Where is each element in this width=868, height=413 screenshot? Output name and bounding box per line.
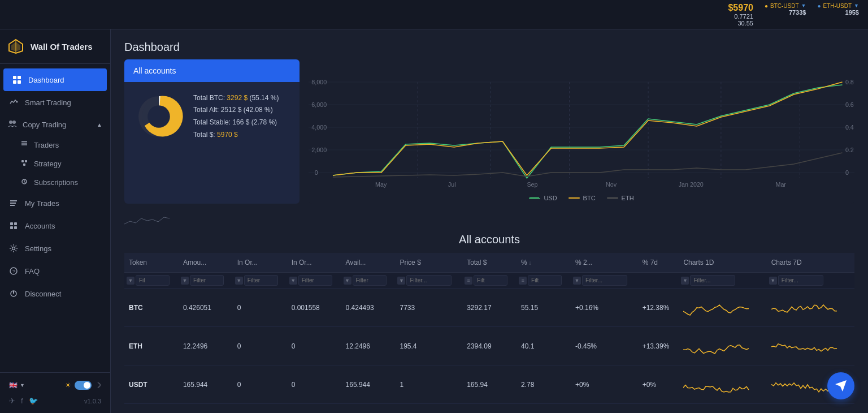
cell-pct2: +0.16% xyxy=(571,289,638,327)
filter-chart1d-input[interactable] xyxy=(690,275,735,286)
page-header: Dashboard xyxy=(111,29,868,59)
sidebar-item-dashboard[interactable]: Dashboard xyxy=(3,68,107,91)
cell-token: ETH xyxy=(124,327,179,365)
col-pct7d: % 7d xyxy=(638,253,679,273)
copy-trading-chevron: ▲ xyxy=(97,122,102,128)
svg-text:Jul: Jul xyxy=(448,182,456,188)
accounts-section: All accounts Token Amou... In Or... In O… xyxy=(111,233,868,413)
filter-pct2-input[interactable] xyxy=(582,275,627,286)
mini-chart-placeholder xyxy=(124,213,170,227)
svg-text:0: 0 xyxy=(845,170,849,176)
chat-icon xyxy=(834,379,848,393)
sidebar-item-smart-trading[interactable]: Smart Trading xyxy=(0,91,110,114)
cell-inorder2: 0.001558 xyxy=(287,289,341,327)
cell-price: 7733 xyxy=(395,289,462,327)
my-trades-icon xyxy=(8,197,19,209)
svg-point-30 xyxy=(147,105,170,128)
svg-rect-21 xyxy=(14,222,17,225)
twitter-icon[interactable]: 🐦 xyxy=(29,397,38,405)
accounts-icon xyxy=(8,220,19,231)
sidebar-item-disconnect[interactable]: Disconnect xyxy=(0,282,110,305)
sidebar-item-accounts[interactable]: Accounts xyxy=(0,214,110,237)
mini-chart-row xyxy=(111,213,868,233)
eth-label: ● ETH-USDT ▼ xyxy=(817,3,859,9)
filter-icon: ▼ xyxy=(289,277,297,285)
cell-total: 165.94 xyxy=(462,365,517,404)
theme-toggle-track[interactable] xyxy=(75,381,92,390)
btc-price: ● BTC-USDT ▼ 7733$ xyxy=(765,3,806,27)
sidebar-item-copy-trading[interactable]: Copy Trading ▲ xyxy=(0,114,110,136)
cell-pct: 1.04 xyxy=(517,404,571,414)
filter-total: ≡ xyxy=(462,273,517,289)
theme-toggle-thumb xyxy=(84,382,90,389)
filter-inorder2-input[interactable] xyxy=(298,275,332,286)
col-token: Token xyxy=(124,253,179,273)
cell-chart7d xyxy=(767,289,854,327)
filter-price-input[interactable] xyxy=(406,275,452,286)
filter-icon: ▼ xyxy=(235,277,243,285)
lang-selector[interactable]: 🇬🇧 ▼ xyxy=(9,381,25,389)
cell-inorder1: 0 xyxy=(233,365,287,404)
cell-chart1d xyxy=(679,404,766,414)
cell-token: BTC xyxy=(124,289,179,327)
sidebar-item-strategy[interactable]: Strategy xyxy=(0,154,110,173)
filter-total-input[interactable] xyxy=(474,275,507,286)
sidebar-item-accounts-label: Accounts xyxy=(25,222,55,230)
cell-price: 195.4 xyxy=(395,327,462,365)
col-price: Price $ xyxy=(395,253,462,273)
svg-rect-5 xyxy=(13,80,16,84)
chat-fab[interactable] xyxy=(827,372,854,399)
sidebar: Wall Of Traders Dashboard Smart Trading xyxy=(0,29,111,413)
filter-chart7d: ▼ xyxy=(767,273,854,289)
facebook-icon[interactable]: f xyxy=(21,397,23,405)
filter-amount-input[interactable] xyxy=(190,275,224,286)
version-label: v1.0.3 xyxy=(84,398,101,405)
telegram-icon[interactable]: ✈ xyxy=(9,397,15,405)
accounts-section-title: All accounts xyxy=(124,233,854,246)
dashboard-top: All accounts xyxy=(111,59,868,213)
cell-pct7d: +0% xyxy=(638,365,679,404)
table-header-row: Token Amou... In Or... In Or... Avail...… xyxy=(124,253,854,273)
cell-amount: 0.426051 xyxy=(179,289,233,327)
cell-chart7d xyxy=(767,327,854,365)
sidebar-item-settings[interactable]: Settings xyxy=(0,237,110,260)
col-pct2: % 2... xyxy=(571,253,638,273)
cell-chart1d xyxy=(679,327,766,365)
sidebar-item-smart-trading-label: Smart Trading xyxy=(25,98,71,107)
sidebar-item-subscriptions[interactable]: Subscriptions xyxy=(0,173,110,192)
theme-toggle[interactable]: ☀ ☽ xyxy=(65,381,101,390)
filter-inorder1-input[interactable] xyxy=(244,275,278,286)
settings-icon xyxy=(8,243,19,254)
filter-icon: ▼ xyxy=(127,277,134,285)
cell-available: 0.424493 xyxy=(341,289,396,327)
sidebar-item-traders[interactable]: Traders xyxy=(0,136,110,154)
svg-rect-18 xyxy=(10,203,16,204)
filter-avail-input[interactable] xyxy=(353,275,387,286)
dashboard-icon xyxy=(11,74,23,85)
cell-total: 2394.09 xyxy=(462,327,517,365)
cell-token: BNB xyxy=(124,404,179,414)
filter-pct-input[interactable] xyxy=(528,275,562,286)
cell-inorder1: 0 xyxy=(233,327,287,365)
sidebar-logo: Wall Of Traders xyxy=(0,29,110,64)
filter-chart7d-input[interactable] xyxy=(778,275,823,286)
filter-chart1d: ▼ xyxy=(679,273,766,289)
col-pct[interactable]: % xyxy=(517,253,571,273)
filter-icon: ≡ xyxy=(519,277,527,285)
eth-value: 195$ xyxy=(845,9,859,16)
sidebar-item-copy-trading-label: Copy Trading xyxy=(23,121,66,129)
svg-text:Jan 2020: Jan 2020 xyxy=(679,182,704,188)
sidebar-item-my-trades[interactable]: My Trades xyxy=(0,192,110,214)
filter-token-input[interactable] xyxy=(136,275,170,286)
stat-stable: Total Stable: 166 $ (2.78 %) xyxy=(193,117,279,129)
svg-text:2,000: 2,000 xyxy=(311,147,327,153)
chart-svg: 8,000 6,000 4,000 2,000 0 May Jul Sep No… xyxy=(309,59,854,190)
sidebar-item-faq[interactable]: ? FAQ xyxy=(0,260,110,282)
eth-price: ● ETH-USDT ▼ 195$ xyxy=(817,3,859,27)
btc-label: ● BTC-USDT ▼ xyxy=(765,3,806,9)
filter-icon: ▼ xyxy=(344,277,351,285)
table-row: USDT 165.944 0 0 165.944 1 165.94 2.78 +… xyxy=(124,365,854,404)
col-avail: Avail... xyxy=(341,253,396,273)
svg-rect-22 xyxy=(10,226,13,229)
sidebar-item-strategy-label: Strategy xyxy=(34,160,61,168)
